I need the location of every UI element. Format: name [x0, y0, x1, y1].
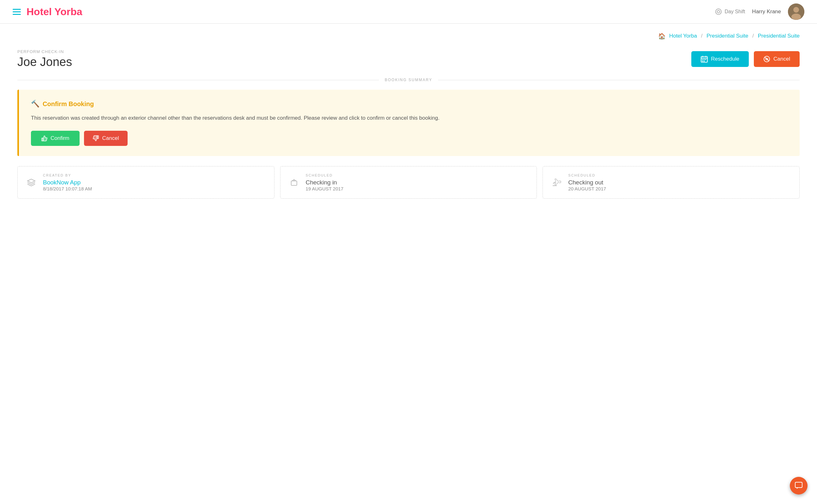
guest-name: Joe Jones — [17, 55, 72, 69]
cancel-booking-label: Cancel — [102, 135, 119, 141]
checkin-content: SCHEDULED Checking in 19 AUGUST 2017 — [306, 173, 529, 191]
home-icon: 🏠 — [658, 33, 666, 40]
gear-icon — [715, 8, 722, 15]
page-header-row: PERFORM CHECK-IN Joe Jones Reschedule — [17, 49, 800, 69]
svg-rect-17 — [97, 136, 99, 139]
hamburger-icon[interactable] — [13, 9, 21, 15]
svg-point-0 — [716, 9, 721, 15]
cancel-booking-button[interactable]: Cancel — [84, 131, 128, 146]
hammer-icon: 🔨 — [31, 100, 39, 108]
cancel-icon — [763, 56, 770, 63]
checkout-date: 20 AUGUST 2017 — [568, 186, 792, 191]
svg-point-4 — [791, 14, 801, 20]
svg-point-3 — [793, 7, 799, 13]
confirm-booking-title: 🔨 Confirm Booking — [31, 100, 788, 108]
cancel-main-label: Cancel — [773, 56, 790, 62]
created-by-content: CREATED BY BookNow App 8/18/2017 10:07:1… — [43, 173, 267, 191]
page-subtitle: PERFORM CHECK-IN — [17, 49, 72, 54]
created-by-date: 8/18/2017 10:07:18 AM — [43, 186, 267, 191]
thumbs-up-icon — [41, 135, 47, 141]
info-cards: CREATED BY BookNow App 8/18/2017 10:07:1… — [17, 166, 800, 199]
user-name: Harry Krane — [752, 9, 781, 15]
plane-icon — [550, 177, 562, 188]
day-shift-indicator: Day Shift — [715, 8, 745, 15]
header-right: Day Shift Harry Krane — [715, 3, 804, 20]
created-by-app[interactable]: BookNow App — [43, 179, 81, 186]
page-title-block: PERFORM CHECK-IN Joe Jones — [17, 49, 72, 69]
breadcrumb-hotel[interactable]: Hotel Yorba — [669, 33, 697, 39]
confirm-booking-text: This reservation was created through an … — [31, 114, 788, 123]
confirm-booking-actions: Confirm Cancel — [31, 131, 788, 146]
created-by-label: CREATED BY — [43, 173, 267, 177]
avatar — [788, 3, 804, 20]
calendar-icon — [701, 56, 708, 63]
brand-name: Hotel Yorba — [27, 6, 82, 18]
cancel-main-button[interactable]: Cancel — [754, 51, 800, 67]
svg-rect-18 — [291, 181, 297, 185]
svg-rect-13 — [704, 61, 705, 62]
checkout-card: SCHEDULED Checking out 20 AUGUST 2017 — [543, 166, 800, 199]
svg-point-1 — [717, 10, 720, 13]
checkin-label: SCHEDULED — [306, 173, 529, 177]
confirm-button[interactable]: Confirm — [31, 131, 80, 146]
checkout-label: SCHEDULED — [568, 173, 792, 177]
checkout-title: Checking out — [568, 179, 792, 186]
breadcrumb-suite1[interactable]: Presidential Suite — [706, 33, 748, 39]
bell-icon — [288, 177, 300, 188]
checkin-title: Checking in — [306, 179, 529, 186]
checkout-content: SCHEDULED Checking out 20 AUGUST 2017 — [568, 173, 792, 191]
action-buttons: Reschedule Cancel — [691, 51, 800, 67]
svg-rect-12 — [702, 61, 703, 62]
reschedule-label: Reschedule — [711, 56, 739, 62]
main-content: PERFORM CHECK-IN Joe Jones Reschedule — [0, 43, 817, 211]
confirm-booking-banner: 🔨 Confirm Booking This reservation was c… — [17, 90, 800, 156]
header: Hotel Yorba Day Shift Harry Krane — [0, 0, 817, 24]
reschedule-button[interactable]: Reschedule — [691, 51, 749, 67]
breadcrumb: 🏠 Hotel Yorba / Presidential Suite / Pre… — [0, 24, 817, 43]
checkin-card: SCHEDULED Checking in 19 AUGUST 2017 — [280, 166, 537, 199]
thumbs-down-icon — [93, 135, 99, 141]
svg-rect-10 — [704, 59, 705, 60]
layers-icon — [25, 177, 37, 188]
svg-rect-9 — [702, 59, 703, 60]
header-left: Hotel Yorba — [13, 6, 715, 18]
svg-rect-11 — [705, 59, 706, 60]
confirm-label: Confirm — [51, 135, 69, 141]
checkin-date: 19 AUGUST 2017 — [306, 186, 529, 191]
breadcrumb-suite2[interactable]: Presidential Suite — [758, 33, 800, 39]
created-by-card: CREATED BY BookNow App 8/18/2017 10:07:1… — [17, 166, 274, 199]
booking-summary-divider: BOOKING SUMMARY — [17, 78, 800, 82]
svg-rect-16 — [42, 138, 43, 141]
